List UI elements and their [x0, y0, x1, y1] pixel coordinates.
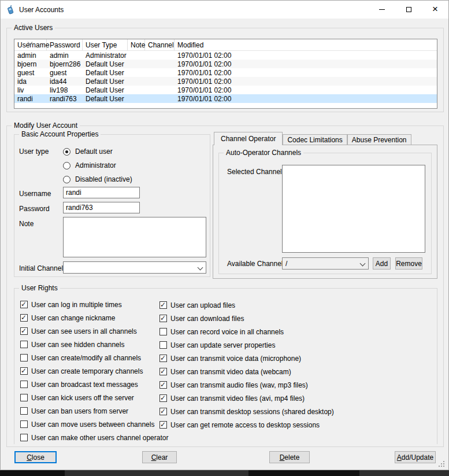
- user-right-checkbox[interactable]: User can see users in all channels: [20, 324, 168, 338]
- radio-icon: [63, 176, 70, 183]
- user-right-checkbox[interactable]: User can make other users channel operat…: [20, 431, 168, 444]
- cell-password: liv198: [47, 86, 83, 94]
- tab[interactable]: Abuse Prevention: [347, 134, 411, 145]
- checkbox-label: User can download files: [170, 315, 244, 323]
- user-right-checkbox[interactable]: User can change nickname: [20, 311, 168, 324]
- column-header-note[interactable]: Note: [128, 39, 145, 50]
- user-right-checkbox[interactable]: User can update server properties: [159, 338, 334, 352]
- tab[interactable]: Channel Operator: [214, 132, 283, 145]
- modify-user-account-title: Modify User Account: [12, 121, 80, 130]
- minimize-button[interactable]: [369, 1, 395, 19]
- user-right-checkbox[interactable]: User can create/modify all channels: [20, 351, 168, 364]
- user-right-checkbox[interactable]: User can log in multiple times: [20, 298, 168, 311]
- checkbox-icon: [159, 394, 167, 402]
- add-update-button[interactable]: Add/Update: [395, 451, 436, 463]
- cell-modified: 1970/01/01 02:00: [175, 95, 437, 103]
- initial-channel-label: Initial Channel: [19, 264, 63, 272]
- user-right-checkbox[interactable]: User can transmit video files (avi, mp4 …: [159, 392, 334, 405]
- cell-username: guest: [14, 69, 47, 77]
- basic-account-properties-groupbox: Basic Account Properties User type Defau…: [14, 134, 210, 277]
- user-right-checkbox[interactable]: User can ban users from server: [20, 404, 168, 418]
- cell-password: guest: [47, 69, 83, 77]
- desktop-strip-segment: [359, 470, 449, 476]
- checkbox-label: User can transmit voice data (microphone…: [170, 355, 301, 363]
- radio-label: Administrator: [75, 161, 116, 169]
- checkbox-icon: [20, 394, 28, 401]
- cell-usertype: Default User: [83, 78, 128, 86]
- cell-modified: 1970/01/01 02:00: [175, 78, 437, 86]
- checkbox-icon: [20, 434, 28, 441]
- checkbox-label: User can transmit desktop sessions (shar…: [170, 408, 334, 416]
- checkbox-icon: [159, 408, 167, 415]
- user-right-checkbox[interactable]: User can transmit audio files (wav, mp3 …: [159, 378, 334, 392]
- checkbox-label: User can transmit video files (avi, mp4 …: [170, 394, 305, 403]
- user-right-checkbox[interactable]: User can transmit video data (webcam): [159, 365, 334, 378]
- user-rights-right-column: User can upload files User can download …: [159, 298, 334, 431]
- cell-password: ida44: [47, 78, 83, 86]
- close-button[interactable]: Close: [14, 451, 57, 463]
- user-type-radio[interactable]: Administrator: [63, 158, 132, 172]
- table-row[interactable]: liv liv198 Default User 1970/01/01 02:00: [14, 86, 437, 94]
- column-header-modified[interactable]: Modified: [175, 39, 437, 50]
- tab[interactable]: Codec Limitations: [283, 134, 347, 145]
- radio-label: Disabled (inactive): [75, 175, 132, 183]
- checkbox-icon: [20, 420, 28, 428]
- username-field[interactable]: [63, 187, 140, 198]
- tab-bar: Channel Operator Codec Limitations Abuse…: [214, 132, 411, 145]
- close-icon: ×: [432, 4, 438, 14]
- column-header-usertype[interactable]: User Type: [83, 39, 128, 50]
- maximize-button[interactable]: [395, 1, 422, 19]
- table-row[interactable]: ida ida44 Default User 1970/01/01 02:00: [14, 77, 437, 86]
- active-users-table[interactable]: Username Password User Type Note Channel…: [14, 39, 437, 109]
- user-right-checkbox[interactable]: User can transmit desktop sessions (shar…: [159, 405, 334, 418]
- user-type-radio[interactable]: Disabled (inactive): [63, 172, 132, 186]
- table-row[interactable]: admin admin Administrator 1970/01/01 02:…: [14, 51, 437, 60]
- table-row[interactable]: bjoern bjoern286 Default User 1970/01/01…: [14, 60, 437, 68]
- cell-usertype: Administrator: [83, 51, 128, 60]
- table-row[interactable]: guest guest Default User 1970/01/01 02:0…: [14, 68, 437, 77]
- user-right-checkbox[interactable]: User can see hidden channels: [20, 338, 168, 351]
- cell-usertype: Default User: [83, 60, 128, 68]
- user-right-checkbox[interactable]: User can get remote access to desktop se…: [159, 418, 334, 431]
- user-type-radio[interactable]: Default user: [63, 145, 132, 158]
- resize-grip[interactable]: [439, 461, 446, 468]
- user-right-checkbox[interactable]: User can transmit voice data (microphone…: [159, 352, 334, 365]
- user-right-checkbox[interactable]: User can broadcast text messages: [20, 378, 168, 391]
- checkbox-icon: [20, 341, 28, 348]
- window-title: User Accounts: [19, 6, 64, 14]
- titlebar[interactable]: User Accounts ×: [1, 1, 448, 19]
- checkbox-label: User can update server properties: [170, 341, 275, 349]
- user-right-checkbox[interactable]: User can create temporary channels: [20, 364, 168, 378]
- user-right-checkbox[interactable]: User can download files: [159, 312, 334, 325]
- username-label: Username: [19, 190, 51, 198]
- password-field[interactable]: [63, 202, 140, 213]
- note-label: Note: [19, 220, 34, 228]
- checkbox-label: User can move users between channels: [31, 420, 154, 429]
- dialog-content: Active Users Username Password User Type…: [1, 19, 448, 470]
- checkbox-icon: [159, 315, 167, 322]
- column-header-password[interactable]: Password: [47, 39, 83, 50]
- cell-modified: 1970/01/01 02:00: [175, 51, 437, 60]
- user-right-checkbox[interactable]: User can record voice in all channels: [159, 325, 334, 338]
- initial-channel-combobox[interactable]: [63, 261, 206, 274]
- note-field[interactable]: [63, 217, 206, 257]
- user-right-checkbox[interactable]: User can kick users off the server: [20, 391, 168, 404]
- table-row[interactable]: randi randi763 Default User 1970/01/01 0…: [14, 94, 437, 103]
- add-button[interactable]: Add: [373, 257, 391, 270]
- selected-channels-listbox[interactable]: [282, 165, 425, 253]
- available-channels-combobox[interactable]: /: [282, 257, 369, 270]
- checkbox-icon: [159, 341, 167, 349]
- user-right-checkbox[interactable]: User can upload files: [159, 298, 334, 312]
- table-header: Username Password User Type Note Channel…: [14, 39, 437, 51]
- remove-button[interactable]: Remove: [395, 257, 422, 270]
- user-right-checkbox[interactable]: User can move users between channels: [20, 418, 168, 431]
- delete-button[interactable]: Delete: [269, 451, 310, 463]
- selected-channels-label: Selected Channels: [227, 168, 285, 176]
- user-type-label: User type: [19, 147, 49, 156]
- checkbox-icon: [159, 381, 167, 389]
- clear-button[interactable]: Clear: [142, 451, 177, 463]
- chevron-down-icon: [198, 265, 203, 271]
- close-window-button[interactable]: ×: [422, 1, 448, 19]
- column-header-channel[interactable]: Channel: [145, 39, 175, 50]
- available-channels-label: Available Channels: [227, 260, 287, 268]
